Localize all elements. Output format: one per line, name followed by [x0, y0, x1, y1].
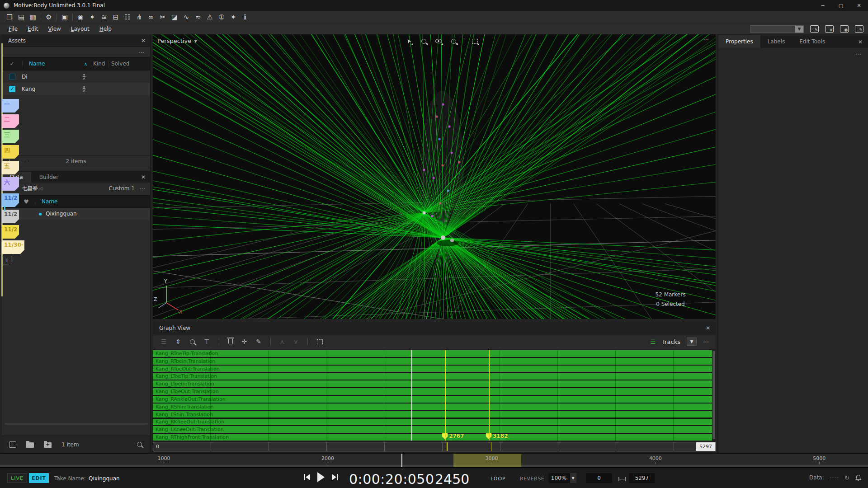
- playback-speed-select[interactable]: 100% ▼: [548, 473, 576, 483]
- sticky-note-tab[interactable]: 二: [2, 114, 19, 128]
- list-settings-icon[interactable]: ☷: [122, 13, 133, 21]
- panel-skeleton-icon[interactable]: ⋔: [825, 25, 834, 33]
- graph-secondary-icon[interactable]: ≈: [192, 13, 204, 21]
- takes-name-column-header[interactable]: Name: [35, 198, 57, 205]
- tracks-mode-label[interactable]: Tracks: [662, 338, 680, 345]
- tag-icon[interactable]: ◪: [169, 13, 180, 21]
- range-end-field[interactable]: 5297: [629, 473, 655, 483]
- save-take-icon[interactable]: ▤: [15, 13, 27, 21]
- zoom-selection-icon[interactable]: [190, 339, 195, 344]
- lock-zoom-icon[interactable]: [449, 37, 458, 45]
- list-view-icon[interactable]: [9, 441, 16, 448]
- preset-selector[interactable]: Custom 1: [109, 185, 139, 192]
- sticky-note-tab[interactable]: 一: [2, 99, 19, 113]
- data-layers-icon[interactable]: ≋: [98, 13, 110, 21]
- settings-gear-icon[interactable]: ⚙: [43, 13, 55, 21]
- sticky-note-tab[interactable]: 11/2: [2, 210, 19, 223]
- track-row[interactable]: Kang_RShin:Translation: [153, 404, 712, 410]
- archive-icon[interactable]: ⊟: [110, 13, 122, 21]
- rigid-body-icon[interactable]: ⋔: [133, 13, 145, 21]
- menu-layout[interactable]: Layout: [66, 26, 94, 32]
- star-marker-icon[interactable]: ✦: [227, 13, 239, 21]
- pin-playhead-icon[interactable]: ⊤: [204, 338, 209, 345]
- sort-ascending-icon[interactable]: ∧: [84, 61, 91, 66]
- panel-one-icon[interactable]: ①: [216, 13, 227, 21]
- track-row[interactable]: Kang_RToeOut:Translation: [153, 366, 712, 372]
- refresh-icon[interactable]: ↻: [844, 474, 849, 481]
- tab-labels[interactable]: Labels: [760, 35, 793, 48]
- chevron-down-icon[interactable]: ▼: [795, 26, 803, 33]
- keyframe-flag[interactable]: [486, 433, 492, 439]
- track-row[interactable]: Kang_RAnkleOut:Translation: [153, 396, 712, 403]
- split-down-icon[interactable]: ⋎: [293, 338, 298, 345]
- close-icon[interactable]: ✕: [141, 174, 146, 180]
- edit-wand-icon[interactable]: ✶: [86, 13, 98, 21]
- sticky-note-tab[interactable]: 三: [2, 130, 19, 143]
- viewport-menu-dots[interactable]: ⋯: [703, 36, 709, 43]
- track-row[interactable]: Kang_LShin:Translation: [153, 411, 712, 418]
- open-take-icon[interactable]: ❐: [4, 13, 15, 21]
- marquee-select-icon[interactable]: [470, 37, 479, 45]
- track-row[interactable]: Kang_RToeTip:Translation: [153, 350, 712, 357]
- keyframe-flag[interactable]: [442, 433, 448, 439]
- track-area[interactable]: Kang_RToeTip:TranslationKang_RToeIn:Tran…: [153, 350, 712, 441]
- sticky-note-tab[interactable]: 四: [2, 145, 19, 159]
- assets-menu-dots[interactable]: ⋯: [138, 49, 145, 56]
- notification-bell-icon[interactable]: [855, 474, 862, 481]
- search-icon[interactable]: [137, 442, 142, 447]
- loop-toggle[interactable]: LOOP: [491, 476, 506, 482]
- tools-icon[interactable]: ✂: [157, 13, 169, 21]
- name-column-header[interactable]: Name ∧: [23, 61, 91, 67]
- panel-camera-icon[interactable]: ◉: [840, 25, 849, 33]
- session-folder-name[interactable]: 七星拳: [22, 185, 38, 192]
- skip-to-start-button[interactable]: [304, 474, 310, 480]
- minimize-button[interactable]: ─: [814, 0, 832, 11]
- draw-keys-icon[interactable]: ✎: [256, 338, 261, 345]
- close-icon[interactable]: ✕: [141, 38, 146, 44]
- maximize-button[interactable]: ▢: [832, 0, 850, 11]
- range-start-field[interactable]: 0: [586, 473, 612, 483]
- check-column-header[interactable]: ✓: [2, 61, 23, 67]
- menu-file[interactable]: File: [4, 26, 23, 32]
- track-row[interactable]: Kang_LToeIn:Translation: [153, 380, 712, 387]
- track-row[interactable]: Kang_LToeTip:Translation: [153, 373, 712, 380]
- timeline-ruler[interactable]: 10002000300040005000: [0, 453, 868, 467]
- left-panel-scrollbar[interactable]: [5, 423, 148, 425]
- fit-vertical-icon[interactable]: ⇕: [176, 338, 181, 345]
- track-row[interactable]: Kang_LToeOut:Translation: [153, 388, 712, 395]
- panel-edit-icon[interactable]: ✎: [855, 25, 863, 33]
- layout-panel-icon[interactable]: ▣: [59, 13, 71, 21]
- marquee-select-icon[interactable]: [317, 339, 323, 344]
- new-folder-icon[interactable]: [44, 442, 52, 448]
- camera-view-icon[interactable]: ◉: [75, 13, 86, 21]
- zoom-tool-icon[interactable]: [419, 37, 428, 45]
- list-item[interactable]: ●Qixingquan: [2, 208, 150, 220]
- info-icon[interactable]: ℹ: [239, 13, 251, 21]
- tab-edit-tools[interactable]: Edit Tools: [792, 35, 832, 48]
- close-icon[interactable]: ✕: [858, 39, 863, 45]
- checkbox-unchecked[interactable]: [9, 74, 15, 80]
- track-row[interactable]: Kang_LKneeOut:Translation: [153, 426, 712, 433]
- menu-help[interactable]: Help: [94, 26, 117, 32]
- graph-zoom-scrubber[interactable]: 0 5297: [153, 442, 716, 451]
- folder-icon[interactable]: [26, 442, 34, 448]
- heart-column-icon[interactable]: ♥: [17, 198, 35, 205]
- save-as-icon[interactable]: ▥: [27, 13, 39, 21]
- chevron-down-icon[interactable]: ▼: [569, 473, 576, 483]
- merge-up-icon[interactable]: ⋏: [280, 338, 284, 345]
- timeline-playhead[interactable]: [401, 454, 402, 467]
- tracks-dropdown[interactable]: ▼: [687, 338, 697, 346]
- track-row[interactable]: Kang_RKneeOut:Translation: [153, 419, 712, 426]
- viewport-3d[interactable]: YZX Perspective ▼ ➤ ⋯ 52 Markers 0 Selec…: [153, 34, 716, 319]
- kind-column-header[interactable]: Kind: [91, 61, 108, 67]
- menu-edit[interactable]: Edit: [23, 26, 43, 32]
- delete-keys-icon[interactable]: [228, 339, 233, 344]
- checkbox-checked[interactable]: ✓: [9, 86, 15, 92]
- graph-scrollbar[interactable]: [712, 350, 716, 441]
- play-button[interactable]: [317, 472, 325, 482]
- edit-mode-button[interactable]: EDIT: [29, 473, 49, 483]
- solved-column-header[interactable]: Solved: [108, 61, 129, 67]
- panel-wand-icon[interactable]: ✎: [810, 25, 819, 33]
- close-icon[interactable]: ✕: [706, 325, 710, 331]
- close-button[interactable]: ✕: [850, 0, 868, 11]
